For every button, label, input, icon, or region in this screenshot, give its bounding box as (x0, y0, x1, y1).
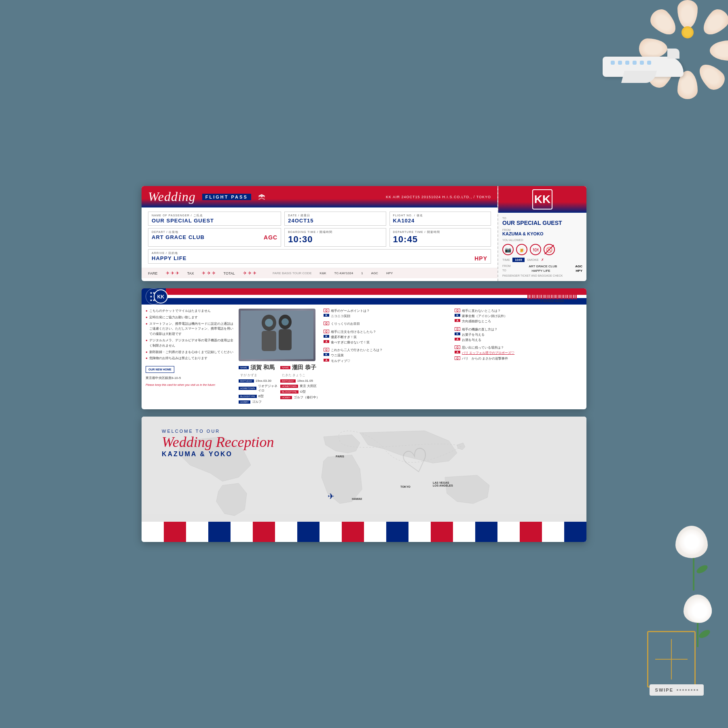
stripe-red-3 (342, 522, 364, 542)
rose-decoration (675, 526, 712, 647)
airplane-icon (258, 194, 266, 200)
to-route: HAPPY LIFE (532, 269, 550, 273)
qa-col1: Q 相手のゲームポイントは？ K ニコニコ笑顔 Q くりっくりのお目目 (324, 309, 451, 405)
arrive-field: ARRIVE / 目的地 HAPPY LIFE HPY (148, 249, 491, 264)
swipe-dot-7 (694, 689, 695, 691)
arrive-row: ARRIVE / 目的地 HAPPY LIFE HPY (148, 249, 491, 264)
svg-point-5 (265, 319, 273, 327)
stripe-white-9 (497, 522, 520, 542)
stub-content: TO OUR SPECIAL GUEST FROM KAZUMA & KYOKO… (498, 213, 586, 281)
flight-pass-label: FLIGHT PASS (202, 194, 251, 200)
p1-hobby: HOBBY ゴルフ (239, 400, 278, 404)
swipe-dot-6 (691, 689, 692, 691)
p2-bloodtype-label: BLOODTYPE (280, 390, 298, 394)
passenger-field: NAME OF PASSENGER / ご氏名 OUR SPECIAL GUES… (148, 212, 281, 226)
baggage-label: PASSENGER TICKET AND BAGGAGE CHECK (502, 274, 582, 277)
header-info: KK AIR 24OCT15 20151024 H.I.S.CO.LTD., /… (386, 195, 491, 199)
swipe-dot-5 (688, 689, 690, 691)
bullet-1: ● こちらのチケットでマイルはたまりません (146, 309, 235, 314)
stripe-white-10 (542, 522, 564, 542)
stub-to-field: TO OUR SPECIAL GUEST (502, 217, 582, 226)
wedding-logo: Wedding (148, 189, 196, 204)
no-icon: 🚫 (544, 244, 555, 255)
stub-to-value: OUR SPECIAL GUEST (502, 220, 582, 226)
fare-row: FARE ✈ ✈ ✈ TAX ✈ ✈ ✈ TOTAL ✈ ✈ ✈ FARE BA… (142, 268, 497, 278)
date-field: DATE / 搭乗日 24OCT15 (284, 212, 386, 226)
lasvegas-label: LAS VEGASLOS ANGELES (433, 481, 453, 487)
stripe-white-2 (186, 522, 208, 542)
departure-field: DEPARTURE TIME / 開宴時間 10:45 (389, 228, 491, 247)
depart-code: AGC (264, 234, 277, 241)
stub-header: KK (498, 186, 586, 213)
ticket2-header: ★★★★ ★★★★ KK (142, 288, 586, 305)
p1-birthday-label: BIRTHDAY (239, 379, 254, 383)
p2-hometown-label: HOMETOWN (280, 385, 298, 388)
qa1-3: Q 相手に注文を付けるとしたら？ K 優柔不断すぎ！笑 A 食べすぎに痩せないで… (324, 330, 451, 345)
p2-birthday: BIRTHDAY 19xx.01.05 (280, 379, 320, 383)
drink-icon: 🍺 (516, 244, 527, 255)
paris-label: PARIS (336, 455, 344, 458)
p2-birthday-label: BIRTHDAY (280, 379, 296, 383)
hawaii-label: HAWAII (352, 497, 362, 500)
depart-value: ART GRACE CLUB AGC (152, 234, 277, 240)
wedding-reception-ticket: WELCOME TO OUR Wedding Reception KAZUMA … (142, 417, 586, 542)
p2-name-reading: たきた きょうこ (280, 373, 320, 377)
stripe-red-1 (164, 522, 186, 542)
qa2-1: Q 相手に直わないところは？ K 家事全般（アイロン掛け以外） A 方向感独群な… (455, 309, 582, 324)
passenger-value: OUR SPECIAL GUEST (152, 218, 277, 224)
ticket-fields: NAME OF PASSENGER / ご氏名 OUR SPECIAL GUES… (142, 207, 497, 268)
p2-hobby-label: HOBBY (280, 396, 292, 399)
to-route-code: HPY (576, 269, 582, 273)
stripe-white-4 (275, 522, 297, 542)
from-route-label: FROM (502, 265, 511, 268)
departure-value: 10:45 (393, 234, 487, 245)
p1-name-label: NAME (239, 366, 249, 369)
couple-names: KAZUMA & YOKO (162, 451, 274, 458)
food-icon: 🍽 (530, 244, 541, 255)
fare-basis: K&K (320, 271, 326, 275)
total-label: TOTAL (224, 271, 235, 275)
flight-value: KA1024 (393, 218, 487, 224)
depart-row: DEPART / 出発地 ART GRACE CLUB AGC BOARDING… (148, 228, 491, 247)
visit-text: Please keep this card for when you visit… (146, 383, 235, 387)
main-container: Wedding FLIGHT PASS KK AIR 24OCT15 20151… (142, 186, 586, 542)
person1-card: NAME 須賀 和馬 すが かずま BIRTHDAY 19xx.03.30 HO… (239, 364, 278, 405)
swipe-label: SWIPE (655, 688, 673, 692)
swipe-dot-2 (679, 689, 681, 691)
qa2-3: Q 思い出に残っている場所は？ A パリ エッフェル塔でのプロポーズ♡ Q パリ… (455, 345, 582, 361)
tax-label: TAX (187, 271, 194, 275)
from-route: ART GRACE CLUB (529, 265, 557, 268)
person2-card: NAME 瀧田 恭子 たきた きょうこ BIRTHDAY 19xx.01.05 … (280, 364, 320, 405)
stripe-blue-3 (386, 522, 408, 542)
swipe-dot-8 (696, 689, 698, 691)
date-value: 24OCT15 (288, 218, 382, 224)
ticket2-body: ● こちらのチケットでマイルはたまりません ● 定時出発にご協力お願い致します … (142, 305, 586, 409)
p1-bloodtype-value: B型 (258, 394, 264, 398)
welcome-text: WELCOME TO OUR (162, 429, 274, 434)
depart-label: DEPART / 出発地 (152, 230, 277, 234)
boarding-label: BOARDING TIME / 開場時間 (288, 230, 382, 234)
svg-rect-0 (241, 311, 313, 359)
map-text-overlay: WELCOME TO OUR Wedding Reception KAZUMA … (162, 429, 274, 458)
map-airplane-icon: ✈ (328, 491, 334, 501)
stripe-white-5 (320, 522, 342, 542)
stripe-red-2 (253, 522, 275, 542)
swipe-dots (677, 689, 698, 691)
stub-from-label: FROM (502, 229, 582, 231)
p1-bloodtype-label: BLOODTYPE (239, 395, 257, 398)
stub-route: FROM ART GRACE CLUB AGC TO HAPPY LIFE HP… (502, 265, 582, 277)
p1-birthday: BIRTHDAY 19xx.03.30 (239, 379, 278, 383)
bullet-4: ● デジタルカメラ、デジタルビデオ等の電子機器の使用は全く制限されません (146, 338, 235, 349)
allowed-label: YOU ALLOWED: (502, 239, 582, 241)
stripe-white-6 (364, 522, 386, 542)
new-home-box: OUR NEW HOME (146, 366, 174, 373)
info-card-ticket: ★★★★ ★★★★ KK (142, 288, 586, 409)
world-map: WELCOME TO OUR Wedding Reception KAZUMA … (142, 417, 586, 522)
allowed-icons: 📷 🍺 🍽 🚫 (502, 244, 582, 255)
ticket-main: Wedding FLIGHT PASS KK AIR 24OCT15 20151… (142, 186, 497, 281)
ticket-stub: KK TO OUR SPECIAL GUEST FROM KAZUMA & KY… (497, 186, 586, 281)
p1-name-reading: すが かずま (239, 373, 278, 377)
qa1-2: Q くりっくりのお目目 (324, 322, 451, 326)
bullet-6: ● 危険物のお持ち込みは禁止しております (146, 356, 235, 361)
address: 東京都中央区銀座8-10-5 (146, 376, 235, 381)
